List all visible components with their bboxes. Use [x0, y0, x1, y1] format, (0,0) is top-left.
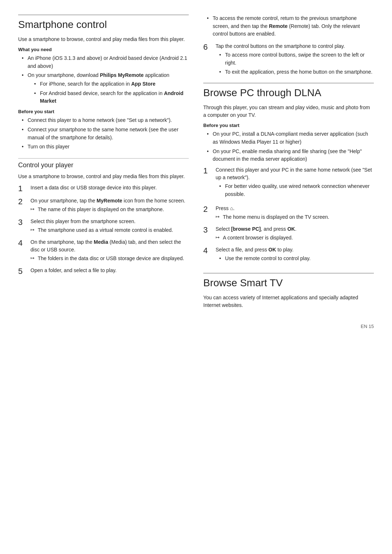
- step-text: Open a folder, and select a file to play…: [30, 267, 117, 273]
- step-content: On your smartphone, tap the MyRemote ico…: [30, 197, 189, 214]
- step-text: Connect this player and your PC in the s…: [216, 167, 372, 180]
- step-text: Insert a data disc or USB storage device…: [30, 185, 157, 190]
- step-text: Tap the control buttons on the smartphon…: [216, 43, 345, 49]
- step-content: Insert a data disc or USB storage device…: [30, 184, 189, 192]
- arrow-list: The home menu is displayed on the TV scr…: [216, 213, 374, 221]
- control-your-player-intro: Use a smartphone to browse, control and …: [18, 173, 189, 180]
- step-item: 4 Select a file, and press OK to play. U…: [203, 246, 374, 266]
- list-item: For Android based device, search for the…: [34, 90, 189, 105]
- step-content: Select [browse PC], and press OK. A cont…: [216, 225, 374, 242]
- step-number: 2: [203, 205, 213, 214]
- control-your-player-section: Control your player Use a smartphone to …: [18, 158, 189, 276]
- list-item: To access the remote control, return to …: [207, 15, 374, 38]
- step-number: 5: [18, 267, 28, 276]
- arrow-list: The name of this player is displayed on …: [30, 206, 189, 213]
- right-column: To access the remote control, return to …: [203, 15, 374, 329]
- step-content: Tap the control buttons on the smartphon…: [216, 42, 374, 79]
- arrow-list: A content browser is displayed.: [216, 234, 374, 242]
- arrow-item: A content browser is displayed.: [216, 234, 374, 242]
- browse-pc-dlna-intro: Through this player, you can stream and …: [203, 104, 374, 119]
- smartphone-control-intro: Use a smartphone to browse, control and …: [18, 36, 189, 43]
- list-item: Connect your smartphone to the same home…: [22, 126, 189, 141]
- arrow-list: The smartphone used as a virtual remote …: [30, 226, 189, 234]
- step-text: Select this player from the smartphone s…: [30, 218, 135, 224]
- control-your-player-title: Control your player: [18, 158, 189, 169]
- dlna-before-list: On your PC, install a DLNA-compliant med…: [203, 130, 374, 163]
- before-you-start-list: Connect this player to a home network (s…: [18, 116, 189, 151]
- list-item: An iPhone (iOS 3.1.3 and above) or Andro…: [22, 54, 189, 70]
- list-item: Turn on this player: [22, 143, 189, 151]
- page-footer: EN 15: [203, 320, 374, 329]
- list-item: Use the remote control to control play.: [219, 255, 374, 263]
- arrow-item: The home menu is displayed on the TV scr…: [216, 213, 374, 221]
- step-text: On your smartphone, tap the MyRemote ico…: [30, 198, 185, 204]
- control-steps-list: 1 Insert a data disc or USB storage devi…: [18, 184, 189, 276]
- step-number: 6: [203, 42, 213, 52]
- step-item: 1 Connect this player and your PC in the…: [203, 166, 374, 201]
- step-content: Press ⌂. The home menu is displayed on t…: [216, 205, 374, 222]
- list-item: To exit the application, press the home …: [219, 68, 374, 76]
- arrow-item: The name of this player is displayed on …: [30, 206, 189, 213]
- step-text: Press ⌂.: [216, 205, 234, 211]
- step6-list: 6 Tap the control buttons on the smartph…: [203, 42, 374, 79]
- step-text: Select a file, and press OK to play.: [216, 247, 294, 253]
- step-item: 5 Open a folder, and select a file to pl…: [18, 267, 189, 276]
- left-column: Smartphone control Use a smartphone to b…: [18, 15, 189, 329]
- step-bullets: Use the remote control to control play.: [216, 255, 374, 263]
- smartphone-control-section: Smartphone control Use a smartphone to b…: [18, 15, 189, 151]
- list-item: For better video quality, use wired netw…: [219, 182, 374, 198]
- step-bullets: For better video quality, use wired netw…: [216, 182, 374, 198]
- dlna-before-you-start-heading: Before you start: [203, 123, 374, 128]
- step-number: 3: [203, 225, 213, 235]
- sub-list: For iPhone, search for the application i…: [30, 80, 189, 105]
- step-item: 4 On the smartphone, tap the Media (Medi…: [18, 238, 189, 263]
- list-item: Connect this player to a home network (s…: [22, 116, 189, 124]
- dlna-steps-list: 1 Connect this player and your PC in the…: [203, 166, 374, 266]
- list-item: On your PC, install a DLNA-compliant med…: [207, 130, 374, 146]
- step-content: On the smartphone, tap the Media (Media)…: [30, 238, 189, 263]
- arrow-list: The folders in the data disc or USB stor…: [30, 255, 189, 262]
- step-item: 1 Insert a data disc or USB storage devi…: [18, 184, 189, 193]
- list-item: For iPhone, search for the application i…: [34, 80, 189, 88]
- step-item: 2 On your smartphone, tap the MyRemote i…: [18, 197, 189, 214]
- step-content: Select this player from the smartphone s…: [30, 218, 189, 235]
- browse-smart-tv-intro: You can access variety of Internet appli…: [203, 294, 374, 309]
- step-content: Connect this player and your PC in the s…: [216, 166, 374, 201]
- browse-pc-dlna-section: Browse PC through DLNA Through this play…: [203, 83, 374, 266]
- step-item: 6 Tap the control buttons on the smartph…: [203, 42, 374, 79]
- step-content: Select a file, and press OK to play. Use…: [216, 246, 374, 266]
- step-item: 3 Select [browse PC], and press OK. A co…: [203, 225, 374, 242]
- step-number: 1: [18, 184, 28, 193]
- step-number: 4: [203, 246, 213, 255]
- step-number: 2: [18, 197, 28, 206]
- what-you-need-heading: What you need: [18, 47, 189, 52]
- remote-control-note-list: To access the remote control, return to …: [203, 15, 374, 38]
- browse-pc-dlna-title: Browse PC through DLNA: [203, 83, 374, 99]
- list-item: On your PC, enable media sharing and fil…: [207, 148, 374, 163]
- step-number: 3: [18, 218, 28, 227]
- what-you-need-list: An iPhone (iOS 3.1.3 and above) or Andro…: [18, 54, 189, 105]
- step-text: Select [browse PC], and press OK.: [216, 226, 297, 232]
- list-item: To access more control buttons, swipe th…: [219, 51, 374, 67]
- step-number: 4: [18, 238, 28, 248]
- step-item: 2 Press ⌂. The home menu is displayed on…: [203, 205, 374, 222]
- arrow-item: The smartphone used as a virtual remote …: [30, 226, 189, 234]
- step-content: Open a folder, and select a file to play…: [30, 267, 189, 274]
- browse-smart-tv-title: Browse Smart TV: [203, 273, 374, 289]
- step6-bullets: To access more control buttons, swipe th…: [216, 51, 374, 76]
- step-number: 1: [203, 166, 213, 176]
- browse-smart-tv-section: Browse Smart TV You can access variety o…: [203, 273, 374, 309]
- arrow-item: The folders in the data disc or USB stor…: [30, 255, 189, 262]
- step-text: On the smartphone, tap the Media (Media)…: [30, 239, 181, 253]
- before-you-start-heading: Before you start: [18, 109, 189, 114]
- list-item: On your smartphone, download Philips MyR…: [22, 71, 189, 105]
- step-item: 3 Select this player from the smartphone…: [18, 218, 189, 235]
- smartphone-control-title: Smartphone control: [18, 15, 189, 30]
